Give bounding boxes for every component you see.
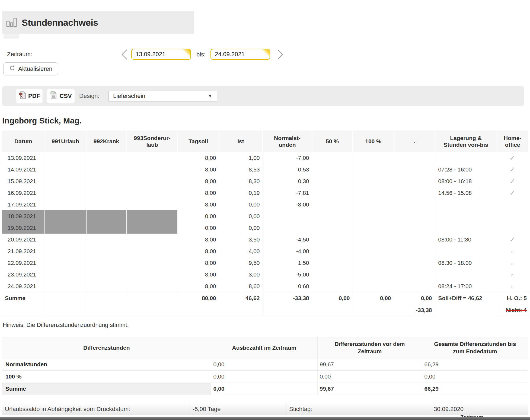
date-cell: 19.09.2021 <box>2 222 45 234</box>
sonderurlaub-cell <box>127 187 178 199</box>
ist-cell: 8,60 <box>219 280 263 292</box>
lagerung-cell: 08:00 - 16:18 <box>435 175 497 187</box>
p100-cell <box>353 164 394 175</box>
diff-row-label: Normalstunden <box>2 358 211 371</box>
diff-row-label: 100 % <box>2 371 211 383</box>
diff-value: 99,67 <box>317 358 422 371</box>
p100-cell <box>353 257 394 269</box>
urlaub-cell <box>45 187 86 199</box>
tagsoll-cell: 8,00 <box>178 175 219 187</box>
urlaub-cell <box>45 175 86 187</box>
urlaub-cell <box>45 164 86 175</box>
diff-column-gesamt: Gesamte Differenzstunden bis zum Endedat… <box>422 337 528 358</box>
column-header-992krank: 992Krank <box>86 131 127 152</box>
timesheet-row: 21.09.20218,004,00-4,00n <box>2 245 528 257</box>
tab-remnant <box>4 34 19 39</box>
column-header-datum: Datum <box>2 131 45 152</box>
tagsoll-cell: 8,00 <box>178 245 219 257</box>
homeoffice-cell <box>497 222 528 234</box>
homeoffice-check-icon: ✓ <box>497 234 528 245</box>
lagerung-cell <box>435 222 497 234</box>
date-from-input[interactable] <box>131 49 191 60</box>
timesheet-table: Datum 991Urlaub 992Krank 993Sonderur- la… <box>2 131 528 316</box>
sonderurlaub-cell <box>127 164 178 175</box>
timesheet-row: 13.09.20218,001,00-7,00✓ <box>2 152 528 164</box>
employee-name: Ingeborg Stick, Mag. <box>2 116 82 125</box>
timesheet-row: 18.09.20210,000,00 <box>2 210 528 222</box>
timesheet-row: 14.09.20218,008,530,5307:28 - 16:00✓ <box>2 164 528 175</box>
diff-row-summe: Summe 0,00 99,67 66,29 <box>2 383 528 395</box>
urlaub-cell <box>45 199 86 210</box>
p100-cell <box>353 199 394 210</box>
normalstunden-cell: 1,50 <box>263 257 312 269</box>
p50-cell <box>312 199 353 210</box>
p100-cell <box>353 280 394 292</box>
krank-cell <box>86 280 127 292</box>
tagsoll-cell: 8,00 <box>178 199 219 210</box>
sonderurlaub-cell <box>127 152 178 164</box>
diff-column-differenzstunden: Differenzstunden <box>2 337 211 358</box>
bar-chart-icon <box>6 17 17 29</box>
ist-cell: 1,00 <box>219 152 263 164</box>
sonderurlaub-cell <box>127 199 178 210</box>
date-to-input[interactable] <box>210 49 270 60</box>
urlaubssaldo-value: -5,00 Tage <box>190 403 286 415</box>
prev-period-button[interactable] <box>120 49 129 61</box>
lagerung-cell: 08:24 - 17:00 <box>435 280 497 292</box>
p50-cell <box>312 234 353 245</box>
normalstunden-cell: -4,50 <box>263 234 312 245</box>
caret-down-icon: ▼ <box>208 93 212 99</box>
lagerung-cell: 08:00 - 11:30 <box>435 234 497 245</box>
summe-50: 0,00 <box>312 292 353 304</box>
design-select[interactable]: Lieferschein ▼ <box>108 91 217 101</box>
urlaub-cell <box>45 152 86 164</box>
tagsoll-cell: 0,00 <box>178 222 219 234</box>
summe-homeoffice: H. O.: 5 <box>497 292 528 304</box>
homeoffice-cell <box>497 199 528 210</box>
csv-button[interactable]: CSV <box>47 89 75 103</box>
dot-cell <box>394 152 435 164</box>
homeoffice-cell <box>497 210 528 222</box>
p100-cell <box>353 187 394 199</box>
next-period-button[interactable] <box>276 49 284 61</box>
krank-cell <box>86 164 127 175</box>
p100-cell <box>353 210 394 222</box>
design-select-value: Lieferschein <box>113 93 145 100</box>
aktualisieren-button[interactable]: Aktualisieren <box>3 62 58 75</box>
urlaub-cell <box>45 257 86 269</box>
summe-dot: 0,00 <box>394 292 435 304</box>
summe-row: Summe 80,00 46,62 -33,38 0,00 0,00 0,00 … <box>2 292 528 304</box>
krank-cell <box>86 269 127 280</box>
diff-value: 0,00 <box>211 371 317 383</box>
homeoffice-check-icon: ✓ <box>497 187 528 199</box>
lagerung-cell <box>435 152 497 164</box>
p50-cell <box>312 245 353 257</box>
design-label: Design: <box>79 93 100 100</box>
timesheet-header-row: Datum 991Urlaub 992Krank 993Sonderur- la… <box>2 131 528 152</box>
normalstunden-cell: 0,53 <box>263 164 312 175</box>
krank-cell <box>86 257 127 269</box>
ist-cell: 3,50 <box>219 234 263 245</box>
sonderurlaub-cell <box>127 175 178 187</box>
krank-cell <box>86 234 127 245</box>
krank-cell <box>86 187 127 199</box>
bottom-scrollbar[interactable] <box>0 417 530 420</box>
p100-cell <box>353 245 394 257</box>
diff-value: 0,00 <box>211 383 317 395</box>
diff-header-row: Differenzstunden Ausbezahlt im Zeitraum … <box>2 337 528 358</box>
pdf-button[interactable]: PDF <box>16 89 43 103</box>
zeitraum-label: Zeitraum: <box>7 51 32 58</box>
homeoffice-n-marker: n <box>497 280 528 292</box>
lagerung-cell <box>435 210 497 222</box>
p50-cell <box>312 280 353 292</box>
date-cell: 15.09.2021 <box>2 175 45 187</box>
summe-diff-row: -33,38 Nicht: 4 <box>2 304 528 316</box>
p50-cell <box>312 257 353 269</box>
sonderurlaub-cell <box>127 234 178 245</box>
summe-100: 0,00 <box>353 292 394 304</box>
ist-cell: 0,19 <box>219 187 263 199</box>
krank-cell <box>86 222 127 234</box>
column-header-homeoffice: Home- office <box>497 131 528 152</box>
diff-row-100: 100 % 0,00 0,00 0,00 <box>2 371 528 383</box>
lagerung-cell <box>435 199 497 210</box>
